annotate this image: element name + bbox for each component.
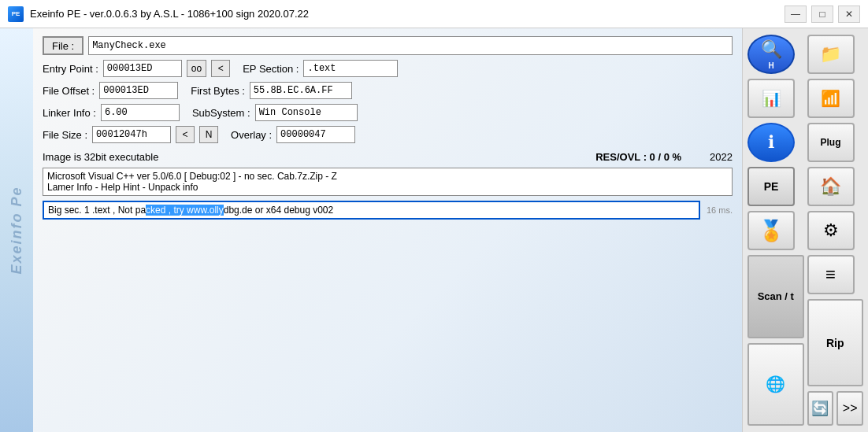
refresh-button[interactable]: 🔄 [807,391,834,426]
stats-icon: 📶 [821,89,840,108]
globe-icon: 🌐 [766,375,785,393]
filesize-row: File Size : < N Overlay : [43,126,733,143]
gear-button[interactable]: ⚙ [807,211,855,250]
file-input[interactable] [88,36,733,55]
highlight-box: Big sec. 1 .text , Not packed , try www.… [43,201,700,220]
file-offset-label: File Offset : [43,85,95,97]
highlight-text-plain: Big sec. 1 .text , Not pa [48,205,146,216]
right-btn-col: 📁 📶 Plug 🏠 ⚙ ≡ Ri [807,35,864,426]
linker-row: Linker Info : SubSystem : [43,104,733,121]
result-line1: Microsoft Visual C++ ver 5.0/6.0 [ Debug… [47,171,728,182]
arrows-label: >> [843,401,858,415]
oo-button[interactable]: oo [187,60,206,77]
file-row: File : [43,36,733,55]
lines-button[interactable]: ≡ [807,255,855,294]
pe-label: PE [764,180,779,193]
pe-button[interactable]: PE [747,167,795,206]
year-label: 2022 [710,151,733,163]
watermark-text: Exeinfo Pe [9,186,25,274]
linker-label: Linker Info : [43,107,96,119]
bottom-right-btns: 🔄 >> [807,391,864,426]
first-bytes-input[interactable] [250,82,352,99]
plug-label: Plug [821,137,841,148]
ep-section-input[interactable] [303,60,398,77]
first-bytes-label: First Bytes : [191,85,245,97]
lt-button[interactable]: < [211,60,230,77]
minimize-button[interactable]: — [785,6,807,23]
linker-input[interactable] [101,104,180,121]
bottom-row: Big sec. 1 .text , Not packed , try www.… [43,201,733,220]
left-btn-col: 🔍 H 📊 ℹ PE 🏅 Scan / t [747,35,804,426]
stats-button[interactable]: 📶 [807,79,855,118]
watermark-area: Exeinfo Pe [0,28,33,432]
home-icon: 🏠 [820,176,841,197]
result-box: Microsoft Visual C++ ver 5.0/6.0 [ Debug… [43,168,733,196]
res-ovl-label: RES/OVL : 0 / 0 % [595,151,681,163]
h-label: H [768,61,773,70]
chart-icon: 📊 [762,89,781,108]
result-line2: Lamer Info - Help Hint - Unpack info [47,182,728,193]
info-button[interactable]: ℹ [747,123,795,162]
filesize-n-button[interactable]: N [199,126,218,143]
image-info: Image is 32bit executable [43,151,158,163]
subsystem-input[interactable] [255,104,358,121]
titlebar: PE Exeinfo PE - ver.0.0.6.3 by A.S.L - 1… [0,0,868,28]
chart-button[interactable]: 📊 [747,79,795,118]
entry-point-row: Entry Point : oo < EP Section : [43,60,733,77]
form-area: File : Entry Point : oo < EP Section : F… [33,28,742,432]
folder-button[interactable]: 📁 [807,35,855,74]
window-controls: — □ ✕ [785,6,860,23]
highlight-text-plain2: dbg.de or x64 debug v002 [224,205,333,216]
right-panel: 🔍 H 📊 ℹ PE 🏅 Scan / t [742,28,868,432]
filesize-lt-button[interactable]: < [176,126,195,143]
maximize-button[interactable]: □ [811,6,833,23]
scan-button[interactable]: Scan / t [747,255,804,338]
close-button[interactable]: ✕ [838,6,860,23]
gear-icon: ⚙ [823,220,839,241]
medal-icon: 🏅 [759,219,784,243]
main-container: Exeinfo Pe File : Entry Point : oo < EP … [0,28,868,432]
home-button[interactable]: 🏠 [807,167,855,206]
time-label: 16 ms. [707,205,733,215]
arrows-button[interactable]: >> [836,391,863,426]
subsystem-label: SubSystem : [192,107,250,119]
entry-point-input[interactable] [103,60,182,77]
scan-label: Scan / t [758,290,794,302]
file-offset-row: File Offset : First Bytes : [43,82,733,99]
filesize-input[interactable] [92,126,171,143]
file-offset-input[interactable] [99,82,178,99]
folder-icon: 📁 [820,44,841,65]
window-title: Exeinfo PE - ver.0.0.6.3 by A.S.L - 1086… [30,8,785,20]
file-button[interactable]: File : [43,36,83,55]
info-icon: ℹ [768,132,774,153]
medal-button[interactable]: 🏅 [747,211,795,250]
globe-button[interactable]: 🌐 [747,343,804,426]
entry-point-label: Entry Point : [43,63,98,75]
info-row: Image is 32bit executable RES/OVL : 0 / … [43,151,733,163]
ep-section-label: EP Section : [243,63,299,75]
h-button[interactable]: 🔍 H [747,35,795,74]
overlay-input[interactable] [276,126,355,143]
refresh-icon: 🔄 [811,400,829,417]
plug-button[interactable]: Plug [807,123,855,162]
highlight-text-selected: cked , try www.olly [146,205,224,216]
rip-label: Rip [826,337,844,349]
lines-icon: ≡ [825,264,836,285]
overlay-label: Overlay : [231,129,272,141]
filesize-label: File Size : [43,129,87,141]
rip-button[interactable]: Rip [807,299,864,386]
app-icon: PE [8,6,24,22]
